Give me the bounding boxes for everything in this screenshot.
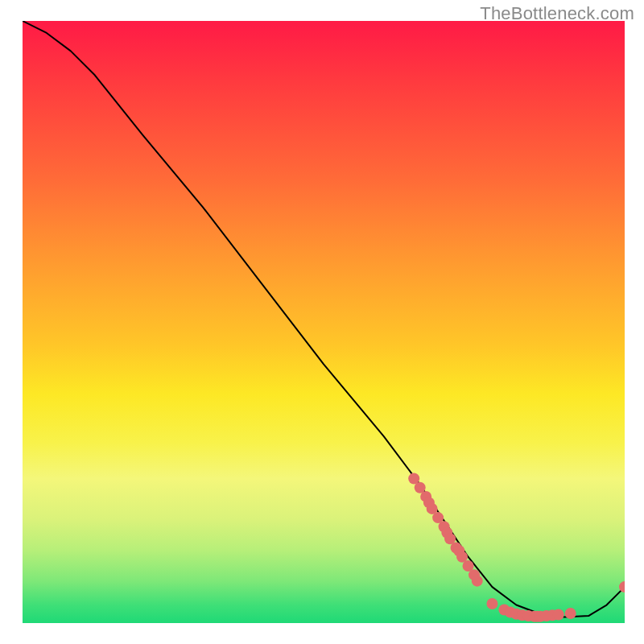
plot-svg	[23, 21, 625, 623]
chart-dot-valley-cluster	[565, 608, 576, 619]
chart-line-curve	[23, 21, 625, 617]
chart-dot-valley-cluster	[486, 598, 497, 609]
chart-dot-upper-cluster	[472, 576, 483, 587]
plot-area	[23, 21, 625, 623]
chart-dot-valley-cluster	[553, 609, 564, 621]
